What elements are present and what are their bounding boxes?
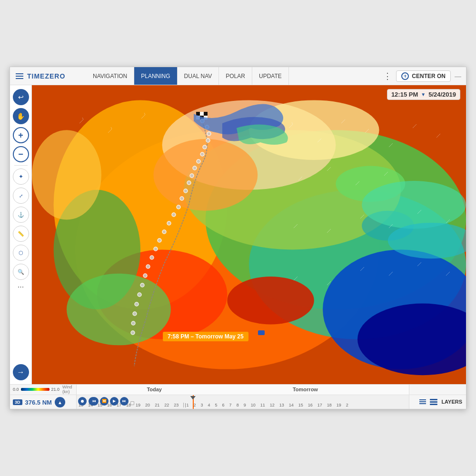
compass-nav-btn[interactable]: ▲ xyxy=(55,397,65,407)
hamburger-menu[interactable] xyxy=(16,73,23,79)
layers-panel: LAYERS xyxy=(409,395,466,409)
back-button[interactable]: ↩ xyxy=(13,89,29,105)
playback-controls: ⏮ ⏪ ▶ ⏭ xyxy=(90,397,129,406)
tab-dual-nav[interactable]: DUAL NAV xyxy=(178,67,219,85)
sidebar-more-dots[interactable]: ··· xyxy=(18,283,24,291)
stack-icon[interactable] xyxy=(430,399,437,405)
svg-point-18 xyxy=(362,181,466,228)
zoom-out-button[interactable]: − xyxy=(13,146,29,162)
svg-point-40 xyxy=(167,221,171,225)
skip-start-btn[interactable]: ⏮ xyxy=(90,397,99,406)
wind-label: Wind (kn) xyxy=(62,385,73,394)
svg-point-15 xyxy=(32,130,101,219)
svg-point-28 xyxy=(207,132,211,136)
today-label: Today xyxy=(147,387,162,392)
tomorrow-label: Tomorrow xyxy=(293,387,318,392)
sidebar-sep-1 xyxy=(14,165,28,166)
date-value: 5/24/2019 xyxy=(428,91,456,98)
svg-rect-22 xyxy=(204,112,208,116)
center-on-button[interactable]: CENTER ON xyxy=(396,70,451,82)
compass-button[interactable]: ✦ xyxy=(13,169,29,185)
wind-max: 21.0 xyxy=(51,387,60,392)
svg-point-11 xyxy=(227,277,314,324)
step-back-btn[interactable]: ⏪ xyxy=(100,397,109,406)
svg-point-35 xyxy=(187,181,191,185)
tab-navigation[interactable]: NAVIGATION xyxy=(86,67,134,85)
svg-rect-83 xyxy=(258,330,265,335)
speed-box xyxy=(130,401,134,405)
svg-point-34 xyxy=(190,174,194,178)
distance-value: 376.5 NM xyxy=(25,399,52,406)
svg-point-12 xyxy=(153,139,258,211)
timeline-labels: 0.0 21.0 Wind (kn) Today Tomorrow xyxy=(10,385,466,395)
timeline-controls-panel: 3D 376.5 NM ▲ xyxy=(10,395,77,409)
svg-point-47 xyxy=(140,283,144,287)
route-edit-button[interactable]: ⤢ xyxy=(13,188,29,204)
tab-polar[interactable]: POLAR xyxy=(219,67,252,85)
svg-point-30 xyxy=(203,145,207,149)
wind-min: 0.0 xyxy=(13,387,19,392)
nav-tabs: NAVIGATION PLANNING DUAL NAV POLAR UPDAT… xyxy=(86,67,289,85)
svg-point-37 xyxy=(180,197,184,200)
center-on-label: CENTER ON xyxy=(412,73,446,79)
map-visualization xyxy=(32,85,466,384)
measure-button[interactable]: 📏 xyxy=(13,226,29,242)
svg-point-43 xyxy=(154,247,158,251)
svg-point-48 xyxy=(138,293,141,297)
svg-point-38 xyxy=(177,205,180,209)
nav-more-dots[interactable]: ⋮ xyxy=(383,71,392,81)
bottom-right-spacer xyxy=(409,385,466,395)
skip-end-btn[interactable]: ⏭ xyxy=(120,397,129,406)
svg-point-29 xyxy=(206,139,210,142)
pan-button[interactable]: ✋ xyxy=(13,108,29,124)
svg-rect-20 xyxy=(196,112,200,116)
svg-point-31 xyxy=(200,152,204,156)
left-sidebar: ↩ ✋ + − ✦ ⤢ ⚓ 📏 ⬡ 🔍 ··· → xyxy=(10,85,32,384)
svg-rect-21 xyxy=(200,112,204,116)
time-display[interactable]: 12:15 PM ▼ 5/24/2019 xyxy=(387,89,460,100)
distance-row: 3D 376.5 NM ▲ xyxy=(13,397,65,407)
route-time-label: 7:58 PM – Tomorrow May 25 xyxy=(163,332,248,341)
wind-scale: 0.0 21.0 xyxy=(13,387,60,392)
map-area[interactable]: 12:15 PM ▼ 5/24/2019 7:58 PM – Tomorrow … xyxy=(32,85,466,384)
svg-point-33 xyxy=(193,166,197,170)
svg-point-14 xyxy=(67,274,171,346)
polygon-button[interactable]: ⬡ xyxy=(13,245,29,261)
record-btn-1[interactable] xyxy=(78,397,87,406)
svg-point-46 xyxy=(143,274,147,278)
svg-point-39 xyxy=(172,213,176,217)
time-dropdown-arrow[interactable]: ▼ xyxy=(421,92,426,97)
3d-badge: 3D xyxy=(13,399,22,405)
svg-point-42 xyxy=(158,238,161,242)
top-nav: TIMEZERO NAVIGATION PLANNING DUAL NAV PO… xyxy=(10,67,466,85)
svg-point-32 xyxy=(197,159,200,163)
bottom-area: 0.0 21.0 Wind (kn) Today Tomorrow 3D 376… xyxy=(10,384,466,409)
forward-button[interactable]: → xyxy=(13,364,29,380)
app-wrapper: TIMEZERO NAVIGATION PLANNING DUAL NAV PO… xyxy=(0,0,476,476)
svg-point-51 xyxy=(131,321,135,325)
svg-point-52 xyxy=(131,331,135,335)
layers-label[interactable]: LAYERS xyxy=(441,399,462,405)
nav-collapse-btn[interactable]: — xyxy=(455,72,461,80)
inspect-button[interactable]: 🔍 xyxy=(13,264,29,280)
list-icon[interactable] xyxy=(419,399,426,404)
app-frame: TIMEZERO NAVIGATION PLANNING DUAL NAV PO… xyxy=(10,67,466,409)
main-content: ↩ ✋ + − ✦ ⤢ ⚓ 📏 ⬡ 🔍 ··· → xyxy=(10,85,466,384)
svg-point-36 xyxy=(184,189,188,193)
bottom-left-panel: 0.0 21.0 Wind (kn) xyxy=(10,385,77,395)
tab-planning[interactable]: PLANNING xyxy=(134,67,177,85)
timeline-ruler[interactable]: 3D 376.5 NM ▲ 13 14 15 16 17 18 xyxy=(10,395,466,409)
zoom-in-button[interactable]: + xyxy=(13,127,29,143)
svg-point-44 xyxy=(150,256,154,259)
svg-point-41 xyxy=(162,230,166,234)
svg-point-50 xyxy=(133,312,137,316)
svg-point-49 xyxy=(135,302,139,306)
time-value: 12:15 PM xyxy=(391,91,418,98)
wind-color-bar xyxy=(21,388,50,391)
tab-update[interactable]: UPDATE xyxy=(252,67,289,85)
anchor-button[interactable]: ⚓ xyxy=(13,207,29,223)
app-logo: TIMEZERO xyxy=(27,72,65,80)
center-on-icon xyxy=(401,72,409,80)
play-btn[interactable]: ▶ xyxy=(110,397,119,406)
svg-point-45 xyxy=(146,265,150,268)
